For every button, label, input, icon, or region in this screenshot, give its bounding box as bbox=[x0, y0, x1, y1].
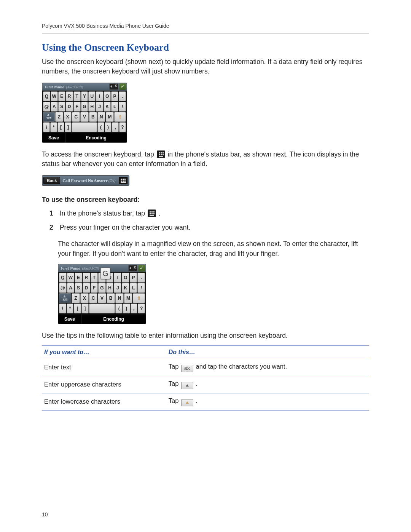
key[interactable]: J bbox=[114, 283, 121, 293]
key[interactable]: V bbox=[80, 112, 88, 122]
key[interactable]: ) bbox=[123, 304, 130, 313]
key[interactable]: I bbox=[114, 273, 121, 283]
kb-field-label: First Name (Abc/ASCII) bbox=[43, 85, 109, 89]
key[interactable]: P bbox=[130, 273, 137, 283]
key[interactable]: / bbox=[137, 283, 145, 293]
key[interactable]: . bbox=[137, 273, 145, 283]
key[interactable]: B bbox=[107, 293, 115, 303]
table-row: Enter uppercase characters Tap . bbox=[42, 376, 369, 393]
key[interactable]: E bbox=[75, 273, 82, 283]
kb-field-name: First Name bbox=[61, 266, 80, 270]
kb-encoding-button[interactable]: Encoding bbox=[81, 315, 146, 324]
key[interactable]: ? bbox=[119, 122, 126, 132]
key[interactable]: B bbox=[89, 112, 97, 122]
key[interactable]: G bbox=[81, 102, 88, 112]
key[interactable]: D bbox=[66, 102, 73, 112]
key[interactable]: N bbox=[97, 112, 105, 122]
key[interactable]: P bbox=[111, 91, 118, 101]
key[interactable]: ] bbox=[81, 304, 89, 313]
key[interactable]: E bbox=[58, 91, 65, 101]
key[interactable]: W bbox=[67, 273, 75, 283]
key[interactable]: \ bbox=[43, 122, 50, 132]
confirm-icon[interactable]: ✓ bbox=[119, 83, 126, 90]
key[interactable]: F bbox=[91, 283, 98, 293]
shift-key[interactable]: ⇧ bbox=[114, 112, 126, 122]
space-key[interactable] bbox=[89, 304, 115, 313]
backspace-icon[interactable] bbox=[109, 83, 118, 90]
key[interactable]: K bbox=[122, 283, 129, 293]
key[interactable]: ? bbox=[138, 304, 145, 313]
mode-key[interactable]: .& 123 bbox=[59, 293, 71, 303]
shift-key[interactable]: ⇧ bbox=[133, 293, 145, 303]
statusbar-title-sub: (Tel) bbox=[108, 179, 116, 183]
key[interactable]: R bbox=[66, 91, 73, 101]
key[interactable]: , bbox=[131, 304, 138, 313]
key[interactable]: , bbox=[112, 122, 119, 132]
key[interactable]: G bbox=[98, 283, 106, 293]
key[interactable]: L bbox=[130, 283, 137, 293]
key[interactable]: [ bbox=[74, 304, 81, 313]
key[interactable]: W bbox=[51, 91, 58, 101]
backspace-icon[interactable] bbox=[128, 265, 137, 272]
keyboard-icon[interactable] bbox=[119, 177, 128, 184]
back-button[interactable]: Back bbox=[43, 177, 60, 184]
kb-save-button[interactable]: Save bbox=[58, 315, 81, 324]
tips-left: Enter lowercase characters bbox=[42, 393, 166, 410]
key[interactable]: M bbox=[106, 112, 114, 122]
mode-key[interactable]: .& 123 bbox=[43, 112, 55, 122]
key[interactable]: F bbox=[73, 102, 81, 112]
key[interactable]: @ bbox=[43, 102, 50, 112]
key[interactable]: Z bbox=[55, 112, 63, 122]
key[interactable]: Y bbox=[81, 91, 88, 101]
onscreen-keyboard-figure-1: First Name (Abc/ASCII) ✓ Q W E R T Y U I… bbox=[42, 83, 127, 143]
key[interactable]: \ bbox=[59, 304, 66, 313]
key[interactable]: S bbox=[58, 102, 65, 112]
key[interactable]: [ bbox=[57, 122, 64, 132]
key[interactable]: ] bbox=[65, 122, 72, 132]
key[interactable]: A bbox=[51, 102, 58, 112]
key[interactable]: M bbox=[124, 293, 132, 303]
key[interactable]: O bbox=[104, 91, 111, 101]
key[interactable]: V bbox=[98, 293, 106, 303]
key[interactable]: S bbox=[75, 283, 82, 293]
key[interactable]: N bbox=[115, 293, 124, 303]
key[interactable]: * bbox=[67, 304, 74, 313]
kb-field-name: First Name bbox=[45, 85, 64, 89]
key[interactable]: Z bbox=[72, 293, 80, 303]
key[interactable]: H bbox=[106, 283, 114, 293]
key[interactable]: X bbox=[80, 293, 89, 303]
key[interactable]: H bbox=[88, 102, 96, 112]
key[interactable]: L bbox=[111, 102, 118, 112]
key[interactable]: @ bbox=[59, 283, 67, 293]
key[interactable]: Q bbox=[43, 91, 50, 101]
key[interactable]: R bbox=[83, 273, 90, 283]
step-2-text: Press your finger on the character you w… bbox=[60, 224, 190, 231]
confirm-icon[interactable]: ✓ bbox=[138, 265, 145, 272]
key[interactable]: ( bbox=[97, 122, 104, 132]
key[interactable]: * bbox=[50, 122, 57, 132]
key[interactable]: O bbox=[122, 273, 129, 283]
key[interactable]: T bbox=[91, 273, 98, 283]
key[interactable]: C bbox=[89, 293, 97, 303]
key[interactable]: ) bbox=[105, 122, 112, 132]
key[interactable]: Q bbox=[59, 273, 67, 283]
kb-save-button[interactable]: Save bbox=[42, 133, 65, 142]
key[interactable]: K bbox=[104, 102, 111, 112]
tips-table: If you want to… Do this… Enter text Tap … bbox=[42, 345, 369, 411]
key[interactable]: C bbox=[72, 112, 80, 122]
key[interactable]: A bbox=[67, 283, 75, 293]
key[interactable]: J bbox=[96, 102, 103, 112]
kb-encoding-button[interactable]: Encoding bbox=[65, 133, 127, 142]
key[interactable]: I bbox=[96, 91, 103, 101]
tips-left: Enter text bbox=[42, 359, 166, 376]
key[interactable]: D bbox=[83, 283, 90, 293]
kb-row-2: @ A S D F G H J K L / bbox=[43, 102, 126, 112]
key[interactable]: X bbox=[64, 112, 72, 122]
space-key[interactable] bbox=[72, 122, 97, 132]
abc-key-icon: abc bbox=[181, 365, 193, 372]
key[interactable]: T bbox=[73, 91, 81, 101]
key[interactable]: U bbox=[88, 91, 96, 101]
key[interactable]: ( bbox=[115, 304, 123, 313]
key[interactable]: . bbox=[119, 91, 126, 101]
key[interactable]: / bbox=[119, 102, 126, 112]
